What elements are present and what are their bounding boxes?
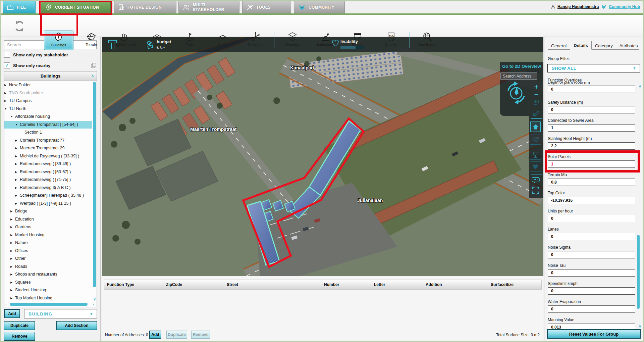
tree-item-arrow[interactable]: ▼: [15, 121, 20, 129]
tree-item-arrow[interactable]: ▶: [4, 97, 9, 105]
tree-item[interactable]: ▶ Student Housing: [4, 286, 92, 294]
nearby-checkbox[interactable]: ✓: [4, 62, 10, 68]
add-address-button[interactable]: Add: [149, 331, 161, 339]
tree-item-arrow[interactable]: ▶: [15, 184, 20, 192]
tree-item-arrow[interactable]: ▶: [15, 137, 20, 145]
reset-values-button[interactable]: Reset Values For Group: [547, 329, 641, 339]
tree-item-arrow[interactable]: ▼: [10, 113, 15, 121]
tree-item[interactable]: ▶ Rotterdamseweg ( [39-49] ): [4, 160, 92, 168]
tree-item[interactable]: ▶ TNO-South polder: [4, 89, 92, 97]
tree-item-arrow[interactable]: ▶: [15, 152, 20, 160]
tree-item-arrow[interactable]: ▶: [10, 279, 15, 287]
tree-item-arrow[interactable]: ▶: [10, 239, 15, 247]
duplicate-building-button[interactable]: Duplicate: [4, 321, 35, 330]
tree-item[interactable]: ▶ Squares: [4, 279, 92, 287]
panel-scrollbar-thumb[interactable]: [637, 235, 640, 309]
tree-item-arrow[interactable]: ▶: [15, 144, 20, 152]
tab-tools[interactable]: TOOLS: [242, 1, 291, 13]
field-input[interactable]: 0,8: [548, 179, 635, 186]
address-column-header[interactable]: Number: [321, 282, 371, 287]
tree-item[interactable]: ▼ Affordable housing: [4, 113, 92, 121]
tree-item[interactable]: ▶ Werfpad ( [1-3] [7-9] 11 15 ): [4, 200, 92, 208]
tab-current-situation[interactable]: CURRENT SITUATION: [41, 1, 111, 13]
tab-future-design[interactable]: FUTURE DESIGN: [114, 1, 176, 13]
billboard-button[interactable]: [530, 150, 541, 160]
zoom-in-button[interactable]: +: [532, 83, 540, 91]
map-viewport[interactable]: Kanaalpad Maerten Trompstraat Julianalaa…: [102, 37, 543, 276]
tree-item[interactable]: ▶ Maerten Trompstraat 29: [4, 144, 92, 152]
tree-item-arrow[interactable]: ▶: [4, 89, 9, 97]
collapse-list-icon[interactable]: ∧: [91, 74, 94, 78]
group-filter-select[interactable]: SHOW ALL ▼: [547, 64, 640, 72]
toolbar-zoning[interactable]: Zoning: [142, 31, 172, 50]
tree-item[interactable]: Section 1: [4, 129, 92, 137]
tree-item[interactable]: ▶ Rotterdamseweg ( [71-75] ): [4, 176, 92, 184]
details-tab[interactable]: Details: [570, 41, 592, 50]
details-tab[interactable]: Attributes: [616, 42, 641, 50]
tree-item-arrow[interactable]: ▶: [10, 231, 15, 239]
tree-item[interactable]: ▶ Top Market Housing: [4, 294, 92, 302]
tree-item[interactable]: ▶ Cornelis Trompstraat 77: [4, 137, 92, 145]
remove-building-button[interactable]: Remove: [4, 332, 35, 341]
toolbar-networks[interactable]: Networks: [241, 31, 270, 50]
address-column-header[interactable]: Function Type: [104, 282, 163, 287]
copy-icon[interactable]: [91, 62, 97, 68]
tree-item-arrow[interactable]: ▶: [10, 263, 15, 271]
details-tab[interactable]: General: [548, 42, 570, 50]
tree-item[interactable]: ▶ Shops and restaurants: [4, 271, 92, 279]
zoom-out-button[interactable]: −: [532, 91, 540, 98]
tree-item[interactable]: ▶ Roads: [4, 263, 92, 271]
details-tab[interactable]: Category: [592, 42, 616, 50]
tree-item[interactable]: ▶ Market Housing: [4, 231, 92, 239]
scroll-left-icon[interactable]: ‹: [5, 302, 7, 306]
scroll-down-icon[interactable]: ∨: [93, 297, 96, 301]
stakeholder-checkbox[interactable]: [4, 52, 10, 58]
tree-item[interactable]: ▶ Michiel de Ruyterweg ( [33-39] ): [4, 152, 92, 160]
refresh-button[interactable]: [12, 19, 27, 34]
field-input[interactable]: 1: [548, 124, 635, 132]
tree-item-arrow[interactable]: ▼: [4, 105, 9, 113]
scrollbar-thumb[interactable]: [10, 303, 88, 306]
tree-item-arrow[interactable]: ▶: [10, 247, 15, 255]
toolbar-terrain[interactable]: Terrain: [76, 31, 106, 50]
tree-item-arrow[interactable]: ▶: [15, 192, 20, 200]
search-address-input[interactable]: [500, 72, 537, 80]
tree-item-arrow[interactable]: ▶: [15, 168, 20, 176]
community-hub-link[interactable]: Community Hub: [609, 4, 640, 9]
tree-horizontal-scrollbar[interactable]: [9, 303, 92, 306]
tree-item[interactable]: ▼ Cornelis Trompstraat ( [54-64] ): [4, 121, 92, 129]
add-section-button[interactable]: Add Section: [56, 321, 97, 330]
tree-item-arrow[interactable]: ▶: [10, 207, 15, 215]
field-input[interactable]: 0: [548, 233, 635, 240]
toolbar-queries[interactable]: TQL Queries: [376, 31, 406, 50]
field-input[interactable]: 2,2: [548, 142, 635, 150]
chat-button[interactable]: [531, 177, 540, 185]
field-input[interactable]: 0: [548, 251, 635, 258]
field-input[interactable]: 0: [548, 215, 635, 222]
toolbar-indicators[interactable]: Indicators: [310, 31, 340, 50]
field-input[interactable]: 0: [548, 86, 635, 93]
panel-scroll-down-icon[interactable]: ∨: [639, 324, 641, 329]
scrollbar-thumb[interactable]: [93, 82, 96, 287]
goto-2d-overview-button[interactable]: Go to 2D Overview: [501, 64, 542, 69]
list-header[interactable]: Buildings: [4, 71, 97, 81]
scroll-right-icon[interactable]: ›: [93, 302, 94, 306]
tree-item-arrow[interactable]: ▶: [10, 223, 15, 231]
remove-address-button[interactable]: Remove: [191, 331, 210, 339]
field-input[interactable]: 0: [548, 269, 635, 277]
field-input[interactable]: -10.197.916: [548, 197, 635, 204]
tree-item[interactable]: ▶ Rotterdamseweg ( [63-67] ): [4, 168, 92, 176]
tree-item-arrow[interactable]: ▶: [10, 215, 15, 224]
toolbar-plots[interactable]: Plots: [175, 31, 204, 50]
tree-item[interactable]: ▶ Rotterdamseweg 3( A B C ): [4, 184, 92, 192]
address-column-header[interactable]: Letter: [371, 282, 423, 287]
tree-item-arrow[interactable]: ▶: [15, 200, 20, 208]
address-column-header[interactable]: SurfaceSize: [488, 282, 538, 287]
favorite-button[interactable]: [530, 161, 541, 172]
field-input[interactable]: 0: [548, 106, 635, 113]
tree-item[interactable]: ▶ New Polder: [4, 81, 92, 89]
tree-vertical-scrollbar[interactable]: [93, 82, 96, 299]
tree-item[interactable]: ▶ TU-Campus: [4, 97, 92, 105]
tree-item[interactable]: ▶ Nature: [4, 239, 92, 247]
compass-icon[interactable]: [503, 80, 529, 105]
